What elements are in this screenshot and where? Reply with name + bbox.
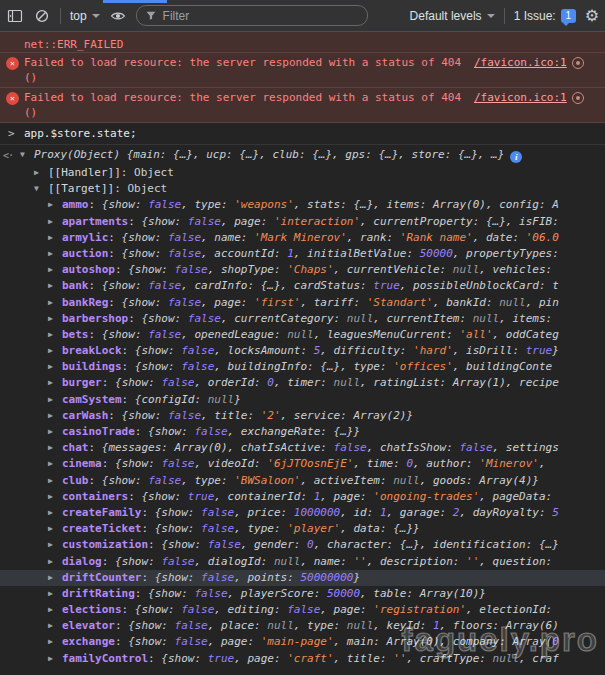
tree-row-carwash[interactable]: ▶carWash: {show: false, title: '2', serv… [0, 408, 605, 424]
tree-row-createfamily[interactable]: ▶createFamily: {show: false, price: 1000… [0, 505, 605, 521]
disclosure-triangle-icon[interactable]: ▶ [48, 375, 62, 391]
issue-bubble-icon: 1 [561, 9, 576, 23]
disclosure-triangle-icon[interactable]: ▶ [48, 634, 62, 650]
property-preview: {show: false, price: 1000000, id: 1, gar… [155, 506, 559, 519]
disclosure-triangle-icon[interactable]: ▶ [48, 230, 62, 246]
tree-row-camsystem[interactable]: ▶camSystem: {configId: null} [0, 392, 605, 408]
disclosure-triangle-icon[interactable]: ▶ [34, 165, 48, 181]
tree-row-bets[interactable]: ▶bets: {show: false, openedLeague: null,… [0, 327, 605, 343]
issues-counter[interactable]: 1 Issue: 1 [514, 9, 576, 23]
tree-row-chat[interactable]: ▶chat: {messages: Array(0), chatIsActive… [0, 440, 605, 456]
chevron-down-icon [92, 14, 100, 18]
tree-row-bankreg[interactable]: ▶bankReg: {show: false, page: 'first', t… [0, 295, 605, 311]
disclosure-triangle-icon[interactable]: ▶ [48, 505, 62, 521]
tree-row-auction[interactable]: ▶auction: {show: false, accountId: 1, in… [0, 246, 605, 262]
console-toolbar: top Default levels 1 Issue: 1 ⚙ [0, 0, 605, 32]
tree-row-dialog[interactable]: ▶dialog: {show: false, dialogId: null, n… [0, 554, 605, 570]
tree-row-exchange[interactable]: ▶exchange: {show: false, page: 'main-pag… [0, 634, 605, 650]
disclosure-triangle-icon[interactable]: ▶ [48, 408, 62, 424]
tree-row-casinotrade[interactable]: ▶casinoTrade: {show: false, exchangeRate… [0, 424, 605, 440]
property-preview: {show: false, videoId: '6jJTOosnEjE', ti… [115, 457, 546, 470]
error-text: net::ERR_FAILED [24, 38, 123, 51]
disclosure-triangle-icon[interactable]: ▶ [48, 278, 62, 294]
disclosure-triangle-icon[interactable]: ▶ [48, 327, 62, 343]
disclosure-triangle-icon[interactable]: ▶ [48, 570, 62, 586]
tree-row-buildings[interactable]: ▶buildings: {show: false, buildingInfo: … [0, 359, 605, 375]
disclosure-triangle-icon[interactable]: ▶ [48, 311, 62, 327]
key-value-separator: : [128, 312, 141, 325]
disclosure-triangle-icon[interactable]: ▶ [48, 424, 62, 440]
property-preview: {show: false, place: null, type: null, k… [128, 619, 559, 632]
key-value-separator: : [135, 425, 148, 438]
error-initiator-icon[interactable] [572, 92, 584, 104]
tree-row-ammo[interactable]: ▶ammo: {show: false, type: 'weapons', st… [0, 197, 605, 213]
disclosure-triangle-icon[interactable]: ▶ [48, 197, 62, 213]
tree-row-autoshop[interactable]: ▶autoshop: {show: false, shopType: 'Chap… [0, 262, 605, 278]
disclosure-triangle-icon[interactable]: ▶ [48, 473, 62, 489]
disclosure-triangle-icon[interactable]: ▼ [20, 147, 34, 163]
clear-console-button[interactable] [33, 7, 51, 25]
error-source-link[interactable]: /favicon.ico:1 [474, 55, 567, 70]
disclosure-triangle-icon[interactable]: ▶ [48, 651, 62, 667]
tree-row-customization[interactable]: ▶customization: {show: false, gender: 0,… [0, 537, 605, 553]
tree-row-handler[interactable]: ▶[[Handler]]: Object [0, 165, 605, 181]
key-value-separator: : [141, 522, 154, 535]
disclosure-triangle-icon[interactable]: ▶ [48, 602, 62, 618]
disclosure-triangle-icon[interactable]: ▶ [48, 489, 62, 505]
tree-row-elections[interactable]: ▶elections: {show: false, editing: false… [0, 602, 605, 618]
tree-row-club[interactable]: ▶club: {show: false, type: 'BWSaloon', a… [0, 473, 605, 489]
info-icon[interactable]: i [510, 151, 522, 163]
property-name: createFamily [62, 506, 141, 519]
filter-box[interactable] [136, 5, 368, 26]
key-value-separator: : [122, 360, 135, 373]
error-initiator-icon[interactable] [572, 57, 584, 69]
tree-row-target[interactable]: ▼[[Target]]: Object [0, 181, 605, 197]
property-preview: {show: false, title: '2', service: Array… [122, 409, 413, 422]
tree-row-bank[interactable]: ▶bank: {show: false, cardInfo: {…}, card… [0, 278, 605, 294]
disclosure-triangle-icon[interactable]: ▶ [48, 618, 62, 634]
tree-row-driftrating[interactable]: ▶driftRating: {show: false, playerScore:… [0, 586, 605, 602]
disclosure-triangle-icon[interactable]: ▶ [48, 554, 62, 570]
tree-row-familycontrol[interactable]: ▶familyControl: {show: true, page: 'craf… [0, 651, 605, 667]
disclosure-triangle-icon[interactable]: ▶ [48, 440, 62, 456]
disclosure-triangle-icon[interactable]: ▶ [48, 262, 62, 278]
property-preview: {configId: null} [135, 393, 241, 406]
disclosure-triangle-icon[interactable]: ▶ [48, 246, 62, 262]
property-name: driftRating [62, 587, 135, 600]
tree-row-cinema[interactable]: ▶cinema: {show: false, videoId: '6jJTOos… [0, 456, 605, 472]
disclosure-triangle-icon[interactable]: ▶ [48, 392, 62, 408]
disclosure-triangle-icon[interactable]: ▶ [48, 214, 62, 230]
disclosure-triangle-icon[interactable]: ▶ [48, 586, 62, 602]
disclosure-triangle-icon[interactable]: ▶ [48, 359, 62, 375]
tree-row-elevator[interactable]: ▶elevator: {show: false, place: null, ty… [0, 618, 605, 634]
filter-input[interactable] [163, 9, 359, 23]
key-value-separator: : [114, 182, 127, 195]
tree-row-containers[interactable]: ▶containers: {show: true, containerId: 1… [0, 489, 605, 505]
tree-row-barbershop[interactable]: ▶barbershop: {show: false, currentCatego… [0, 311, 605, 327]
tree-row-burger[interactable]: ▶burger: {show: false, orderId: 0, timer… [0, 375, 605, 391]
error-icon: ✕ [6, 57, 19, 70]
disclosure-triangle-icon[interactable]: ▶ [48, 456, 62, 472]
error-source-link[interactable]: /favicon.ico:1 [474, 90, 567, 105]
property-preview: {show: false, accountId: 1, initialBetVa… [122, 247, 559, 260]
disclosure-triangle-icon[interactable]: ▶ [48, 537, 62, 553]
disclosure-triangle-icon[interactable]: ▶ [48, 343, 62, 359]
property-name: autoshop [62, 263, 115, 276]
disclosure-triangle-icon[interactable]: ▶ [48, 521, 62, 537]
log-levels-selector[interactable]: Default levels [410, 9, 495, 23]
tree-row-armylic[interactable]: ▶armylic: {show: false, name: 'Mark Mine… [0, 230, 605, 246]
settings-gear-icon[interactable]: ⚙ [585, 8, 599, 24]
tree-row-apartments[interactable]: ▶apartments: {show: false, page: 'intera… [0, 214, 605, 230]
tree-row-driftcounter[interactable]: ▶driftCounter: {show: false, points: 500… [0, 570, 605, 586]
disclosure-triangle-icon[interactable]: ▶ [48, 295, 62, 311]
tree-row-createticket[interactable]: ▶createTicket: {show: false, type: 'play… [0, 521, 605, 537]
key-value-separator: : [89, 198, 102, 211]
key-value-separator: : [141, 571, 154, 584]
live-expression-button[interactable] [109, 7, 127, 25]
disclosure-triangle-icon[interactable]: ▼ [34, 181, 48, 197]
context-selector[interactable]: top [70, 9, 100, 23]
property-name: carWash [62, 409, 108, 422]
object-tree: ▶[[Handler]]: Object▼[[Target]]: Object▶… [0, 165, 605, 667]
console-sidebar-toggle-button[interactable] [6, 7, 24, 25]
tree-row-breaklock[interactable]: ▶breakLock: {show: false, locksAmount: 5… [0, 343, 605, 359]
